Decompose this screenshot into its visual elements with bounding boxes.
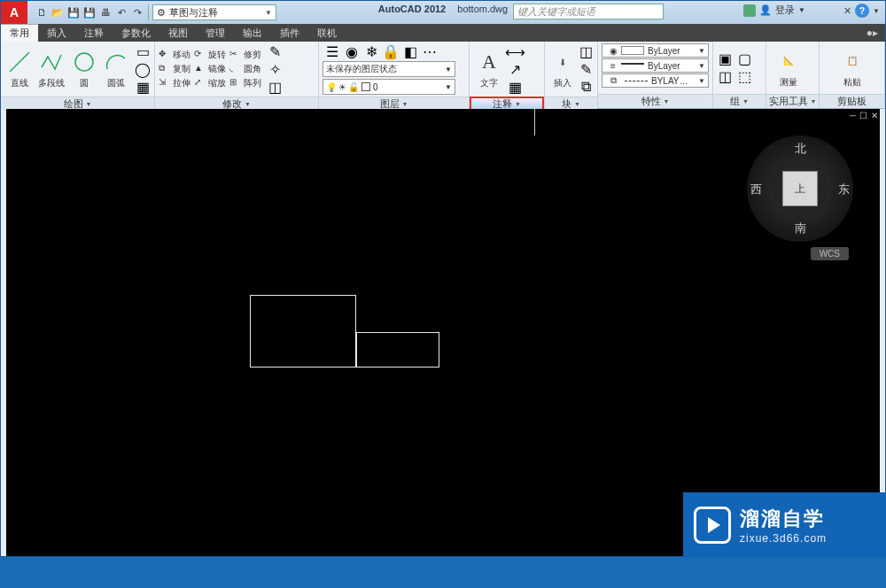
- scale-button[interactable]: ⤢缩放: [194, 77, 226, 89]
- drawing-rect-1: [250, 295, 356, 368]
- dimension-icon[interactable]: ⟷: [507, 43, 523, 59]
- chevron-down-icon: ▼: [445, 83, 452, 91]
- layer-state-dropdown[interactable]: 未保存的图层状态 ▼: [323, 61, 455, 77]
- explode-icon[interactable]: ✧: [267, 61, 283, 77]
- line-label: 直线: [11, 77, 28, 89]
- chevron-down-icon: ▼: [742, 98, 749, 104]
- group-icon[interactable]: ▣: [717, 51, 733, 67]
- tab-plugins[interactable]: 插件: [271, 24, 308, 42]
- layer-prop-icon[interactable]: ☰: [324, 43, 340, 59]
- chevron-down-icon: ▼: [798, 6, 805, 14]
- panel-group-title[interactable]: 组 ▼: [713, 94, 766, 108]
- doc-minimize-button[interactable]: ─: [850, 111, 856, 120]
- tab-online[interactable]: 联机: [308, 24, 346, 42]
- qat-saveas-icon[interactable]: 💾: [82, 5, 97, 19]
- tab-annotate[interactable]: 注释: [75, 24, 113, 42]
- trim-button[interactable]: ✂修剪: [229, 49, 261, 61]
- lineweight-icon: ≡: [605, 58, 621, 74]
- login-area[interactable]: 👤 登录 ▼: [743, 4, 805, 17]
- lineweight-dropdown[interactable]: ≡ ByLayer ▼: [602, 58, 709, 73]
- move-button[interactable]: ✥移动: [159, 49, 190, 61]
- panel-utilities: 📐 测量 实用工具 ▼: [766, 42, 820, 108]
- viewcube[interactable]: 北 南 东 西 上: [747, 135, 853, 242]
- mirror-button[interactable]: ▲镜像: [194, 63, 226, 75]
- layer-lock-icon[interactable]: 🔒: [383, 43, 399, 59]
- group-edit-icon[interactable]: ◫: [717, 69, 733, 85]
- edit-block-icon[interactable]: ✎: [578, 61, 594, 77]
- tab-home[interactable]: 常用: [1, 24, 38, 42]
- attr-icon[interactable]: ⧉: [578, 79, 594, 95]
- fillet-icon: ◟: [229, 63, 242, 75]
- chevron-down-icon[interactable]: ▼: [873, 7, 880, 15]
- tab-parametric[interactable]: 参数化: [113, 24, 159, 42]
- tabs-extra[interactable]: ●▸: [867, 24, 885, 42]
- copy-button[interactable]: ⧉复制: [159, 63, 190, 75]
- paste-button[interactable]: 📋 粘贴: [834, 48, 871, 89]
- arc-label: 圆弧: [107, 77, 125, 89]
- qat-print-icon[interactable]: 🖶: [98, 5, 113, 19]
- exchange-icon[interactable]: ✕: [843, 5, 851, 17]
- fillet-button[interactable]: ◟圆角: [229, 63, 261, 75]
- layer-freeze-icon[interactable]: ❄: [363, 43, 379, 59]
- trim-icon: ✂: [229, 49, 242, 61]
- tab-output[interactable]: 输出: [234, 24, 271, 42]
- leader-icon[interactable]: ↗: [507, 61, 523, 77]
- viewcube-north[interactable]: 北: [795, 141, 806, 157]
- viewcube-east[interactable]: 东: [838, 182, 850, 197]
- stretch-button[interactable]: ⇲拉伸: [159, 77, 190, 89]
- viewcube-south[interactable]: 南: [795, 220, 806, 236]
- titlebar: A 🗋 📂 💾 💾 🖶 ↶ ↷ ⚙ 草图与注释 ▼ AutoCAD 2012 b…: [1, 1, 885, 24]
- table-icon[interactable]: ▦: [507, 79, 523, 95]
- layer-color-icon[interactable]: ◧: [402, 43, 418, 59]
- qat-redo-icon[interactable]: ↷: [130, 5, 144, 19]
- arc-button[interactable]: 圆弧: [101, 49, 131, 89]
- layer-current-dropdown[interactable]: 💡 ☀ 🔓 0 ▼: [323, 79, 455, 95]
- arc-icon: [103, 49, 129, 75]
- tab-manage[interactable]: 管理: [197, 24, 234, 42]
- ellipse-icon[interactable]: ◯: [135, 61, 151, 77]
- measure-button[interactable]: 📐 测量: [770, 48, 807, 89]
- linetype-label: BYLAY…: [651, 76, 688, 86]
- hatch-icon[interactable]: ▦: [135, 79, 151, 95]
- tab-view[interactable]: 视图: [159, 24, 197, 42]
- polyline-button[interactable]: 多段线: [36, 49, 66, 89]
- doc-window-controls: ─ ☐ ✕: [850, 111, 878, 120]
- panel-clip-title[interactable]: 剪贴板: [820, 94, 884, 108]
- qat-undo-icon[interactable]: ↶: [114, 5, 128, 19]
- erase-icon[interactable]: ✎: [267, 43, 283, 59]
- doc-restore-button[interactable]: ☐: [859, 111, 867, 120]
- help-button[interactable]: ?: [855, 4, 869, 18]
- viewcube-west[interactable]: 西: [750, 182, 762, 197]
- chevron-down-icon: ▼: [445, 66, 452, 74]
- search-input[interactable]: 键入关键字或短语: [513, 4, 664, 19]
- viewcube-top-face[interactable]: 上: [782, 171, 818, 206]
- color-dropdown[interactable]: ◉ ByLayer ▼: [602, 43, 709, 58]
- tab-insert[interactable]: 插入: [38, 24, 75, 42]
- panel-util-title[interactable]: 实用工具 ▼: [766, 94, 819, 108]
- linetype-dropdown[interactable]: ⧉ BYLAY… ▼: [602, 74, 709, 88]
- chevron-down-icon: ▼: [402, 101, 408, 107]
- rotate-button[interactable]: ⟳旋转: [194, 49, 226, 61]
- line-button[interactable]: 直线: [4, 49, 35, 89]
- drawing-canvas[interactable]: ─ ☐ ✕ 北 南 东 西 上 WCS: [6, 109, 880, 556]
- doc-close-button[interactable]: ✕: [871, 111, 878, 120]
- qat-save-icon[interactable]: 💾: [66, 5, 81, 19]
- workspace-dropdown[interactable]: ⚙ 草图与注释 ▼: [152, 4, 276, 20]
- qat-new-icon[interactable]: 🗋: [35, 5, 49, 19]
- group-bbox-icon[interactable]: ⬚: [736, 69, 752, 85]
- panel-properties-title[interactable]: 特性 ▼: [598, 94, 712, 108]
- rectangle-icon[interactable]: ▭: [135, 43, 151, 59]
- array-button[interactable]: ⊞阵列: [229, 77, 261, 89]
- ungroup-icon[interactable]: ▢: [736, 51, 752, 67]
- circle-button[interactable]: 圆: [69, 49, 99, 89]
- insert-block-button[interactable]: ⬇ 插入: [548, 49, 576, 89]
- offset-icon[interactable]: ◫: [267, 79, 283, 95]
- wcs-badge[interactable]: WCS: [811, 247, 849, 260]
- paste-label: 粘贴: [843, 76, 861, 89]
- create-block-icon[interactable]: ◫: [578, 43, 594, 59]
- layer-more-icon[interactable]: ⋯: [422, 43, 438, 59]
- text-button[interactable]: A 文字: [473, 49, 505, 89]
- qat-open-icon[interactable]: 📂: [51, 5, 65, 19]
- layer-off-icon[interactable]: ◉: [344, 43, 360, 59]
- app-logo[interactable]: A: [1, 1, 27, 24]
